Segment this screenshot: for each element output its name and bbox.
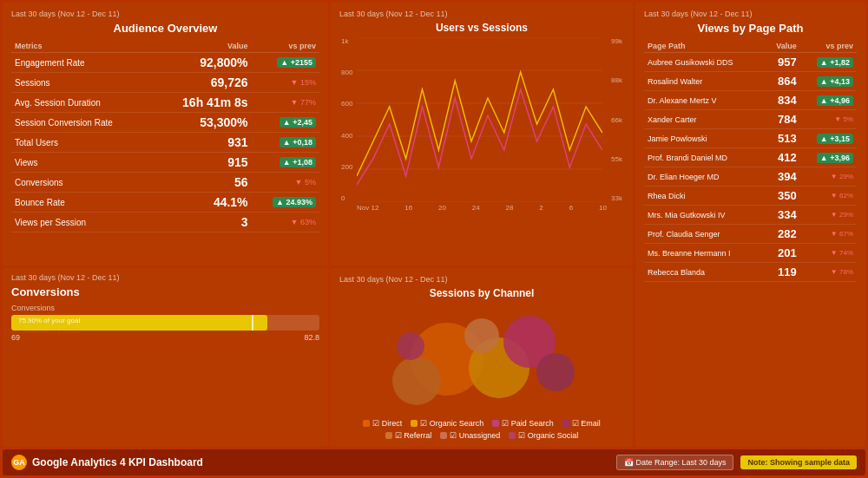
page-trend: ▼ 62% <box>831 192 853 200</box>
metric-row: Total Users931▲ +0,18 <box>11 133 319 153</box>
metric-name: Total Users <box>11 133 154 153</box>
page-value: 334 <box>765 206 800 225</box>
audience-date-label: Last 30 days (Nov 12 - Dec 11) <box>11 10 319 18</box>
page-value: 834 <box>765 91 800 110</box>
col-vsprev: vs prev <box>252 40 319 53</box>
y-label-right: 33k <box>611 194 622 202</box>
page-value: 957 <box>765 53 800 72</box>
page-row: Rebecca Blanda119▼ 78% <box>644 263 857 282</box>
x-label: 10 <box>599 204 607 212</box>
trend-badge: ▲ +1,08 <box>279 157 316 167</box>
y-label-right: 55k <box>611 155 622 163</box>
footer: GA Google Analytics 4 KPI Dashboard 📅 Da… <box>3 449 865 475</box>
sessions-channel-title: Sessions by Channel <box>339 287 624 299</box>
conv-bar-bg: 75.90% of your goal <box>11 315 319 331</box>
legend-label: ☑ Direct <box>372 419 402 428</box>
metric-row: Conversions56▼ 5% <box>11 173 319 193</box>
page-row: Jamie Powlowski513▲ +3,15 <box>644 129 857 148</box>
page-path: Prof. Claudia Senger <box>644 225 765 244</box>
legend-dot <box>562 420 569 427</box>
legend-label: ☑ Email <box>572 419 601 428</box>
footer-right: 📅 Date Range: Last 30 days Note: Showing… <box>616 455 857 470</box>
x-label: 6 <box>569 204 573 212</box>
svg-point-8 <box>392 357 441 405</box>
page-vsprev: ▼ 62% <box>800 187 857 206</box>
sessions-channel-panel: Last 30 days (Nov 12 - Dec 11) Sessions … <box>331 268 633 447</box>
views-page-date: Last 30 days (Nov 12 - Dec 11) <box>644 10 857 18</box>
trend-badge: ▼ 5% <box>295 178 316 187</box>
page-trend: ▲ +3,96 <box>817 153 853 163</box>
x-label: 28 <box>506 204 514 212</box>
chart-svg-wrap <box>357 37 602 202</box>
users-sessions-panel: Last 30 days (Nov 12 - Dec 11) Users vs … <box>331 3 633 265</box>
metric-value: 915 <box>154 153 252 173</box>
x-label: 16 <box>404 204 412 212</box>
metric-vsprev: ▼ 77% <box>252 93 319 113</box>
svg-point-12 <box>397 332 424 360</box>
col-path: Page Path <box>644 40 765 53</box>
metric-row: Sessions69,726▼ 15% <box>11 73 319 93</box>
page-trend: ▲ +4,13 <box>817 76 853 87</box>
page-path: Ms. Breanne Hermann I <box>644 244 765 263</box>
page-vsprev: ▲ +1,82 <box>800 53 857 72</box>
legend-label: ☑ Referral <box>395 431 432 440</box>
trend-badge: ▲ +0,18 <box>279 137 316 147</box>
metric-value: 53,300% <box>154 113 252 133</box>
col-pval: Value <box>765 40 800 53</box>
svg-point-11 <box>464 318 499 353</box>
views-page-title: Views by Page Path <box>644 22 857 35</box>
page-path: Dr. Elian Hoeger MD <box>644 167 765 187</box>
page-row: Prof. Brandi Daniel MD412▲ +3,96 <box>644 148 857 167</box>
metric-vsprev: ▼ 63% <box>252 213 319 232</box>
legend-item: ☑ Organic Social <box>509 431 578 440</box>
conv-bar-wrap: Conversions 75.90% of your goal 69 82.8 <box>11 304 319 342</box>
date-range-button[interactable]: 📅 Date Range: Last 30 days <box>616 455 734 470</box>
metrics-table: Metrics Value vs prev Engagement Rate92,… <box>11 40 319 232</box>
page-vsprev: ▼ 29% <box>800 167 857 187</box>
legend-item: ☑ Unassigned <box>440 431 500 440</box>
page-path: Rebecca Blanda <box>644 263 765 282</box>
ga-icon: GA <box>11 455 27 470</box>
page-vsprev: ▼ 5% <box>800 110 857 129</box>
legend-item: ☑ Organic Search <box>411 419 483 428</box>
page-vsprev: ▲ +4,13 <box>800 72 857 91</box>
page-path: Aubree Gusikowski DDS <box>644 53 765 72</box>
y-label: 400 <box>341 132 352 140</box>
metric-name: Sessions <box>11 73 154 93</box>
conv-max: 82.8 <box>304 333 319 342</box>
metric-value: 16h 41m 8s <box>154 93 252 113</box>
page-vsprev: ▼ 67% <box>800 225 857 244</box>
page-row: Dr. Elian Hoeger MD394▼ 29% <box>644 167 857 187</box>
audience-title: Audience Overview <box>11 22 319 35</box>
page-row: Aubree Gusikowski DDS957▲ +1,82 <box>644 53 857 72</box>
metric-vsprev: ▼ 15% <box>252 73 319 93</box>
metric-name: Session Conversion Rate <box>11 113 154 133</box>
trend-badge: ▲ 24.93% <box>273 197 316 207</box>
page-row: Ms. Breanne Hermann I201▼ 74% <box>644 244 857 263</box>
y-label-right: 66k <box>611 116 622 124</box>
page-trend: ▲ +3,15 <box>817 134 853 144</box>
metric-value: 44.1% <box>154 193 252 213</box>
metric-name: Views <box>11 153 154 173</box>
page-value: 119 <box>765 263 800 282</box>
trend-badge: ▼ 77% <box>291 98 316 107</box>
legend-label: ☑ Unassigned <box>450 431 500 440</box>
metric-row: Views per Session3▼ 63% <box>11 213 319 232</box>
metric-vsprev: ▲ +2,45 <box>252 113 319 133</box>
y-axis-right: 99k88k66k55k33k <box>609 37 624 202</box>
y-label: 800 <box>341 69 352 76</box>
y-label: 0 <box>341 194 352 202</box>
legend-dot <box>411 420 418 427</box>
page-path: Rhea Dicki <box>644 187 765 206</box>
y-label: 600 <box>341 100 352 108</box>
x-axis-labels: Nov 12162024282610 <box>339 204 624 212</box>
page-trend: ▼ 29% <box>831 211 853 219</box>
page-trend: ▼ 5% <box>834 115 853 123</box>
page-row: Dr. Alexane Mertz V834▲ +4,96 <box>644 91 857 110</box>
conv-current: 69 <box>11 333 20 342</box>
metric-name: Bounce Rate <box>11 193 154 213</box>
page-row: Rhea Dicki350▼ 62% <box>644 187 857 206</box>
legend-label: ☑ Organic Social <box>518 431 578 440</box>
page-vsprev: ▼ 78% <box>800 263 857 282</box>
col-metrics: Metrics <box>11 40 154 53</box>
